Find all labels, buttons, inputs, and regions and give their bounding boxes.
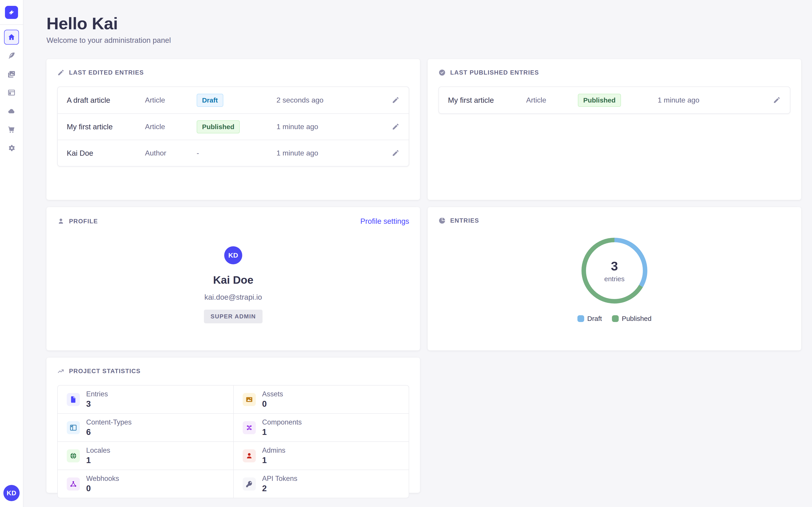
- last-published-entries-card: LAST PUBLISHED ENTRIES My first article …: [428, 59, 801, 200]
- table-row[interactable]: Kai Doe Author - 1 minute ago: [58, 140, 409, 166]
- stat-cell: Entries 3: [58, 386, 233, 413]
- profile-email: kai.doe@strapi.io: [57, 293, 409, 301]
- entry-time: 1 minute ago: [658, 96, 748, 104]
- entry-type: Article: [145, 96, 197, 104]
- stat-icon: [245, 480, 253, 488]
- card-title: LAST PUBLISHED ENTRIES: [450, 69, 539, 76]
- stat-icon-tile: [67, 477, 80, 491]
- stat-icon-tile: [243, 421, 256, 434]
- edit-entry-button[interactable]: [773, 96, 781, 104]
- home[interactable]: [4, 30, 19, 45]
- pie-chart-icon: [439, 217, 446, 224]
- entry-type: Author: [145, 149, 197, 157]
- stat-label: Components: [262, 418, 302, 426]
- settings[interactable]: [4, 140, 19, 156]
- project-statistics-card: PROJECT STATISTICS Entries 3: [46, 357, 420, 493]
- sidebar: KD: [0, 0, 23, 507]
- stat-label: Entries: [86, 390, 108, 398]
- entry-title: A draft article: [67, 96, 145, 105]
- stat-cell: Webhooks 0: [58, 469, 233, 498]
- entry-type: Article: [145, 123, 197, 131]
- stat-cell: Components 1: [233, 413, 409, 441]
- table-row[interactable]: My first article Article Published 1 min…: [58, 113, 409, 140]
- stat-icon-tile: [67, 421, 80, 434]
- cloud[interactable]: [4, 104, 19, 118]
- stat-cell: Content-Types 6: [58, 413, 233, 441]
- last-edited-entries-header: LAST EDITED ENTRIES: [57, 69, 409, 76]
- profile-name: Kai Doe: [57, 274, 409, 286]
- donut-center: 3 entries: [580, 237, 648, 304]
- entry-title: My first article: [448, 96, 526, 105]
- profile-body: KD Kai Doe kai.doe@strapi.io SUPER ADMIN: [57, 226, 409, 323]
- table-row[interactable]: My first article Article Published 1 min…: [439, 87, 790, 113]
- legend-swatch: [612, 315, 619, 322]
- stat-icon-tile: [243, 393, 256, 406]
- last-published-entries-table: My first article Article Published 1 min…: [439, 87, 790, 114]
- marketplace[interactable]: [4, 122, 19, 137]
- profile-avatar: KD: [224, 246, 242, 264]
- person-icon: [57, 218, 64, 225]
- user-avatar[interactable]: KD: [3, 485, 19, 501]
- stat-icon: [69, 424, 77, 432]
- sidebar-nav: [4, 25, 19, 156]
- page-subtitle: Welcome to your administration panel: [46, 36, 801, 45]
- entry-time: 2 seconds ago: [276, 96, 366, 104]
- last-edited-entries-card: LAST EDITED ENTRIES A draft article Arti…: [46, 59, 420, 200]
- donut-total-value: 3: [611, 259, 618, 273]
- stat-label: Locales: [86, 446, 110, 454]
- stat-icon: [69, 480, 77, 488]
- check-circle-icon: [439, 69, 446, 76]
- content-manager[interactable]: [4, 48, 19, 63]
- last-edited-entries-table: A draft article Article Draft 2 seconds …: [57, 87, 409, 167]
- card-title: LAST EDITED ENTRIES: [69, 69, 144, 76]
- legend-item: Draft: [577, 315, 602, 323]
- entry-time: 1 minute ago: [276, 149, 366, 157]
- strapi-logo[interactable]: [5, 6, 18, 19]
- main-content: Hello Kai Welcome to your administration…: [23, 0, 812, 507]
- stat-label: Webhooks: [86, 474, 119, 483]
- edit-entry-button[interactable]: [392, 96, 400, 104]
- status-badge: Draft: [197, 94, 223, 107]
- stat-cell: Admins 1: [233, 441, 409, 469]
- edit-pencil-icon: [392, 96, 400, 104]
- stat-cell: API Tokens 2: [233, 469, 409, 498]
- edit-entry-button[interactable]: [392, 123, 400, 131]
- page-title: Hello Kai: [46, 14, 801, 33]
- stat-icon: [69, 396, 77, 403]
- legend-item: Published: [612, 315, 652, 323]
- stat-value: 0: [86, 484, 119, 493]
- stat-cell: Locales 1: [58, 441, 233, 469]
- entries-card: ENTRIES 3 entries Draft: [428, 207, 801, 350]
- stat-value: 0: [262, 399, 283, 409]
- stat-icon: [245, 424, 253, 432]
- edit-pencil-icon: [773, 96, 781, 104]
- legend-label: Draft: [587, 315, 602, 323]
- stat-icon: [69, 452, 77, 460]
- entries-donut-chart: 3 entries: [580, 237, 648, 304]
- status-badge: -: [197, 149, 199, 157]
- card-title: PROFILE: [69, 218, 98, 225]
- content-type-builder[interactable]: [4, 85, 19, 100]
- entry-title: My first article: [67, 123, 145, 131]
- donut-legend: Draft Published: [439, 315, 790, 323]
- card-title: PROJECT STATISTICS: [69, 368, 141, 375]
- stat-value: 6: [86, 428, 132, 437]
- project-statistics-header: PROJECT STATISTICS: [57, 368, 409, 375]
- stat-value: 1: [262, 456, 285, 465]
- profile-settings-link[interactable]: Profile settings: [360, 217, 409, 226]
- stat-icon-tile: [243, 449, 256, 462]
- pencil-icon: [57, 69, 64, 76]
- entry-title: Kai Doe: [67, 149, 145, 158]
- sidebar-logo-section: [0, 0, 23, 25]
- role-badge: SUPER ADMIN: [204, 309, 263, 323]
- media-library[interactable]: [4, 67, 19, 81]
- project-statistics-table: Entries 3 Assets 0: [57, 385, 409, 498]
- table-row[interactable]: A draft article Article Draft 2 seconds …: [58, 87, 409, 113]
- last-published-entries-header: LAST PUBLISHED ENTRIES: [439, 69, 790, 76]
- edit-entry-button[interactable]: [392, 149, 400, 157]
- stat-icon-tile: [67, 449, 80, 462]
- stat-icon-tile: [67, 393, 80, 406]
- legend-swatch: [577, 315, 584, 322]
- stat-value: 1: [86, 456, 110, 465]
- profile-card: PROFILE Profile settings KD Kai Doe kai.…: [46, 207, 420, 350]
